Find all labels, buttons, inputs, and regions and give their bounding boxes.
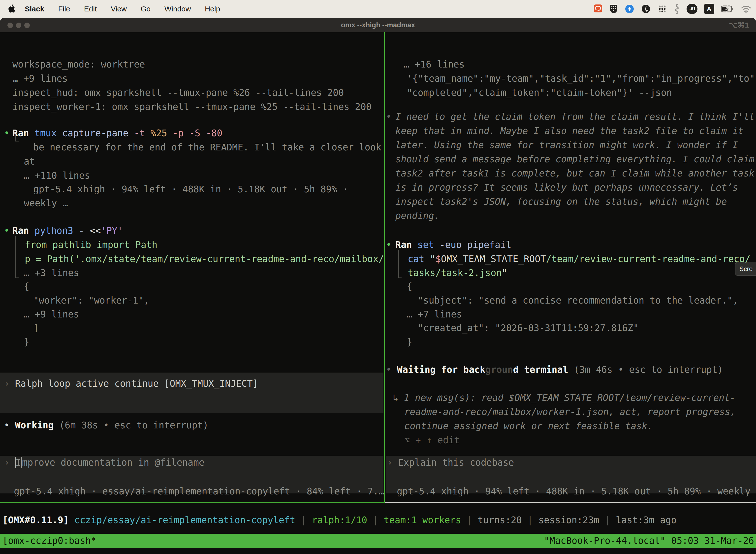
text-segment: |: [522, 515, 539, 525]
text-segment: … +9 lines: [24, 309, 79, 320]
text-segment: Ralph loop active continue [OMX_TMUX_INJ…: [15, 378, 258, 389]
text-segment: "subject": "send a concise recommendatio…: [418, 295, 738, 306]
terminal-line: … +16 lines: [404, 58, 464, 71]
text-segment: I need to get the claim token from the c…: [395, 111, 755, 122]
text-segment: tmux: [35, 128, 62, 138]
dots-grid-icon[interactable]: [657, 4, 667, 14]
text-segment: (3m 46s • esc to interrupt): [574, 365, 723, 375]
text-segment: turns:20: [478, 515, 522, 525]
text-segment: pending.: [395, 211, 440, 221]
text-segment: inspect task2's JSON, focusing on the st…: [395, 196, 727, 207]
waiting-status: • Waiting for background terminal (3m 46…: [386, 363, 723, 377]
right-prompt-line: › Explain this codebase: [387, 456, 514, 469]
text-segment: $: [435, 254, 441, 264]
terminal-line: gpt-5.4 xhigh · 94% left · 488K in · 5.1…: [33, 182, 348, 196]
text-segment: Ran: [12, 128, 35, 138]
text-segment: d terminal: [513, 365, 574, 375]
battery-icon[interactable]: [721, 4, 734, 14]
text-segment: … +3 lines: [24, 268, 79, 278]
terminal-line: ↳ 1 new msg(s): read $OMX_TEAM_STATE_ROO…: [393, 391, 736, 405]
text-segment: later. Using the same for transition mig…: [395, 140, 738, 151]
menu-item-file[interactable]: File: [51, 5, 77, 13]
menu-item-help[interactable]: Help: [198, 5, 227, 13]
terminal-line: }: [407, 335, 412, 349]
text-segment: Ran: [395, 239, 418, 250]
text-segment: [OMX#0.11.9]: [2, 515, 74, 525]
terminal-line: I need to get the claim token from the c…: [395, 110, 755, 124]
text-segment: team:1 workers: [384, 515, 461, 525]
crescent-icon[interactable]: [641, 4, 651, 14]
terminal-line: ⌥ + ↑ edit: [404, 433, 460, 447]
menu-item-view[interactable]: View: [104, 5, 133, 13]
text-segment: inspect_hud: omx sparkshell --tmux-pane …: [12, 88, 344, 98]
text-segment: "worker": "worker-1",: [33, 295, 149, 306]
text-segment: |: [599, 515, 616, 525]
text-segment: capture-pane: [62, 128, 134, 138]
terminal-line: "subject": "send a concise recommendatio…: [418, 294, 738, 308]
text-segment: last:3m ago: [616, 515, 677, 525]
terminal-line: •: [4, 126, 9, 140]
text-segment: keep that in mind. Maybe I also need the…: [395, 126, 743, 136]
terminal-window: omx --xhigh --madmax ⌥⌘1 Scre workspace_…: [0, 18, 756, 554]
text-segment: {: [24, 281, 29, 292]
text-segment: gpt-5.4 xhigh · 94% left · 488K in · 5.1…: [397, 486, 756, 497]
text-segment: from pathlib import Path: [25, 239, 158, 250]
terminal-line: at: [24, 155, 35, 169]
text-segment: |: [367, 515, 384, 525]
menu-item-window[interactable]: Window: [158, 5, 198, 13]
menu-item-edit[interactable]: Edit: [77, 5, 104, 13]
text-segment: {: [407, 281, 412, 292]
text-segment: ›: [4, 378, 15, 389]
menu-app-name[interactable]: Slack: [18, 5, 51, 13]
text-segment: -euo pipefail: [440, 239, 511, 250]
terminal-line: … +110 lines: [24, 169, 90, 183]
timer-badge-icon[interactable]: ..61: [687, 4, 697, 14]
window-title: omx --xhigh --madmax: [0, 18, 756, 32]
squiggle-icon[interactable]: [674, 3, 680, 14]
terminal-line: •: [4, 224, 9, 238]
terminal-line: "worker": "worker-1",: [33, 294, 149, 308]
text-segment: … +9 lines: [12, 73, 68, 84]
menu-bar: Slack File Edit View Go Window Help: [0, 0, 756, 18]
terminal-line: "created_at": "2026-03-31T11:59:27.816Z": [418, 321, 639, 335]
terminal-line: inspect_hud: omx sparkshell --tmux-pane …: [12, 86, 344, 100]
wifi-icon[interactable]: [741, 4, 752, 14]
text-segment: •: [4, 225, 9, 236]
text-segment: mprove documentation in @filename: [22, 457, 204, 468]
text-segment: set: [418, 239, 440, 250]
text-segment: cczip/essay/ai-reimplementation-copyleft: [74, 515, 296, 525]
working-status: • Working (6m 38s • esc to interrupt): [4, 419, 208, 432]
tmux-status-bar: [omx-cczip0:bash* "MacBook-Pro-44.local"…: [0, 534, 756, 548]
apple-menu-icon[interactable]: [8, 4, 16, 14]
terminal-content[interactable]: Scre workspace_mode: worktree… +9 linesi…: [0, 32, 756, 554]
pane-border-bottom-left: [0, 502, 385, 503]
text-segment: Ran: [12, 225, 35, 236]
text-segment: ": [502, 268, 507, 278]
chat-notification-icon[interactable]: [593, 4, 603, 14]
keypad-shield-icon[interactable]: [609, 4, 618, 14]
window-title-bar[interactable]: omx --xhigh --madmax ⌥⌘1: [0, 18, 756, 33]
input-source-icon[interactable]: A: [704, 4, 714, 14]
text-segment: is in progress? It seems likely but perh…: [395, 182, 738, 193]
terminal-line: is in progress? It seems likely but perh…: [395, 181, 738, 195]
indent-guide: [15, 141, 19, 142]
terminal-line: inspect_worker-1: omx sparkshell --tmux-…: [12, 100, 372, 114]
left-status-line: gpt-5.4 xhigh · essay/ai-reimplementatio…: [14, 485, 384, 498]
text-segment: |: [461, 515, 478, 525]
menu-item-go[interactable]: Go: [134, 5, 158, 13]
text-segment: |: [296, 515, 312, 525]
terminal-line: … +9 lines: [12, 72, 68, 86]
text-segment: … +110 lines: [24, 170, 90, 181]
input-source-label: A: [707, 5, 712, 13]
text-segment: should send a message before completing …: [395, 154, 755, 165]
text-segment: OMX_TEAM_STATE_ROOT: [441, 254, 546, 264]
right-status-line: gpt-5.4 xhigh · 94% left · 488K in · 5.1…: [397, 485, 756, 498]
text-segment: •: [4, 420, 15, 431]
text-segment: ↳ 1 new msg(s): read $OMX_TEAM_STATE_ROO…: [393, 392, 736, 403]
text-segment: <<: [90, 225, 101, 236]
terminal-line: later. Using the same for transition mig…: [395, 138, 738, 152]
terminal-line: p = Path('.omx/state/team/review-current…: [25, 252, 384, 266]
activity-badge-icon[interactable]: [625, 4, 634, 14]
text-segment: '{"team_name":"my-team","task_id":"1","f…: [407, 73, 756, 84]
window-shortcut-hint: ⌥⌘1: [729, 18, 749, 32]
